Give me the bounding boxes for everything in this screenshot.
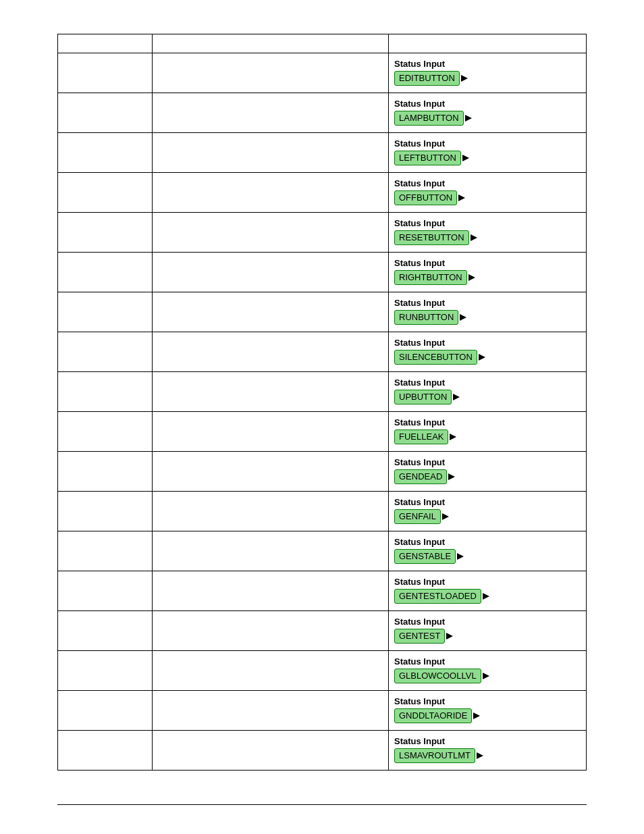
cell-col2: [153, 651, 389, 691]
status-tag-text: UPBUTTON: [394, 390, 452, 405]
status-tag: GENSTABLE: [394, 549, 464, 564]
status-tag-text: GENFAIL: [394, 509, 441, 524]
play-arrow-icon: [460, 310, 466, 325]
cell-col2: [153, 173, 389, 213]
cell-col3: Status InputRIGHTBUTTON: [389, 253, 587, 292]
table-row: Status InputGENTEST: [58, 611, 587, 651]
cell-col2: [153, 93, 389, 133]
play-arrow-icon: [477, 748, 483, 763]
cell-col2: [153, 332, 389, 372]
cell-col2: [153, 372, 389, 412]
svg-marker-14: [446, 633, 453, 640]
status-input-label: Status Input: [394, 497, 581, 507]
status-tag: FUELLEAK: [394, 429, 456, 444]
svg-marker-6: [460, 314, 466, 321]
table-row: Status InputLAMPBUTTON: [58, 93, 587, 133]
status-tag: GNDDLTAORIDE: [394, 708, 480, 723]
status-tag-text: RIGHTBUTTON: [394, 270, 467, 285]
cell-col1: [58, 452, 153, 492]
cell-col1: [58, 133, 153, 173]
table-row: Status InputSILENCEBUTTON: [58, 332, 587, 372]
cell-col1: [58, 412, 153, 452]
cell-col1: [58, 173, 153, 213]
status-tag: RESETBUTTON: [394, 230, 477, 245]
status-tag: UPBUTTON: [394, 390, 460, 405]
svg-marker-3: [458, 194, 465, 201]
svg-marker-12: [457, 553, 464, 560]
table-row: Status InputGENDEAD: [58, 452, 587, 492]
header-cell-2: [153, 34, 389, 53]
status-input-label: Status Input: [394, 218, 581, 228]
cell-col1: [58, 253, 153, 292]
status-input-label: Status Input: [394, 696, 581, 706]
status-tag: GENTESTLOADED: [394, 589, 489, 604]
status-tag-text: SILENCEBUTTON: [394, 350, 477, 365]
cell-col3: Status InputRUNBUTTON: [389, 292, 587, 332]
cell-col1: [58, 213, 153, 253]
cell-col3: Status InputEDITBUTTON: [389, 53, 587, 93]
cell-col2: [153, 611, 389, 651]
footer-rule: [57, 804, 587, 805]
play-arrow-icon: [471, 230, 477, 245]
cell-col2: [153, 292, 389, 332]
status-input-label: Status Input: [394, 99, 581, 109]
cell-col3: Status InputOFFBUTTON: [389, 173, 587, 213]
cell-col2: [153, 531, 389, 571]
play-arrow-icon: [473, 708, 480, 723]
status-tag: RIGHTBUTTON: [394, 270, 475, 285]
cell-col3: Status InputGENSTABLE: [389, 531, 587, 571]
status-tag: LEFTBUTTON: [394, 151, 469, 165]
status-tag-text: GENTESTLOADED: [394, 589, 481, 604]
status-tag-text: GENTEST: [394, 629, 445, 644]
status-tag: RUNBUTTON: [394, 310, 466, 325]
cell-col1: [58, 53, 153, 93]
cell-col1: [58, 332, 153, 372]
play-arrow-icon: [457, 549, 464, 564]
play-arrow-icon: [483, 669, 489, 683]
status-tag: LSMAVROUTLMT: [394, 748, 483, 763]
status-tag: GENDEAD: [394, 469, 455, 484]
cell-col1: [58, 651, 153, 691]
status-tag: GENFAIL: [394, 509, 449, 524]
cell-col3: Status InputLEFTBUTTON: [389, 133, 587, 173]
status-tag: LAMPBUTTON: [394, 111, 472, 126]
cell-col3: Status InputGENFAIL: [389, 492, 587, 531]
play-arrow-icon: [462, 151, 469, 165]
status-input-label: Status Input: [394, 298, 581, 308]
table-row: Status InputGENTESTLOADED: [58, 571, 587, 611]
svg-marker-9: [450, 434, 456, 440]
cell-col3: Status InputLAMPBUTTON: [389, 93, 587, 133]
play-arrow-icon: [453, 390, 460, 405]
svg-marker-4: [471, 234, 477, 241]
cell-col2: [153, 571, 389, 611]
cell-col1: [58, 731, 153, 771]
status-tag: OFFBUTTON: [394, 190, 465, 205]
status-input-label: Status Input: [394, 338, 581, 348]
cell-col1: [58, 372, 153, 412]
cell-col3: Status InputGNDDLTAORIDE: [389, 691, 587, 731]
cell-col1: [58, 93, 153, 133]
cell-col3: Status InputFUELLEAK: [389, 412, 587, 452]
status-tag-text: LSMAVROUTLMT: [394, 748, 475, 763]
status-input-label: Status Input: [394, 258, 581, 268]
status-tag: SILENCEBUTTON: [394, 350, 485, 365]
cell-col1: [58, 492, 153, 531]
status-tag-text: GLBLOWCOOLLVL: [394, 669, 481, 683]
page: Status InputEDITBUTTONStatus InputLAMPBU…: [0, 0, 644, 832]
svg-marker-11: [442, 513, 449, 520]
status-tag: EDITBUTTON: [394, 71, 468, 86]
status-tag-text: OFFBUTTON: [394, 190, 457, 205]
cell-col1: [58, 531, 153, 571]
svg-marker-16: [473, 712, 480, 719]
svg-marker-13: [483, 593, 489, 600]
status-input-label: Status Input: [394, 617, 581, 627]
header-cell-3: [389, 34, 587, 53]
svg-marker-7: [479, 354, 485, 361]
svg-marker-8: [453, 394, 460, 400]
status-tag-text: LEFTBUTTON: [394, 151, 461, 165]
svg-marker-17: [477, 752, 483, 759]
cell-col3: Status InputLSMAVROUTLMT: [389, 731, 587, 771]
play-arrow-icon: [461, 71, 468, 86]
status-input-label: Status Input: [394, 736, 581, 746]
table-row: Status InputLEFTBUTTON: [58, 133, 587, 173]
